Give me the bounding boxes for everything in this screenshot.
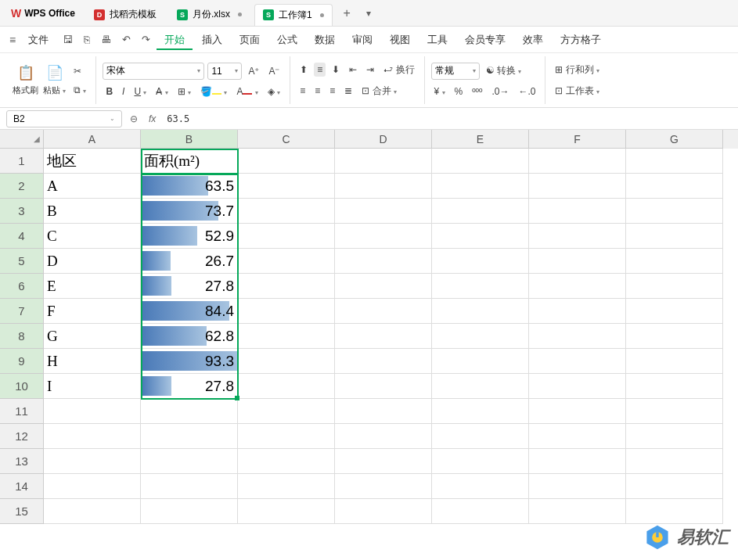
- cell[interactable]: [238, 274, 335, 299]
- cell[interactable]: [432, 424, 529, 449]
- number-format-select[interactable]: 常规▾: [431, 63, 480, 80]
- file-menu[interactable]: 文件: [20, 30, 56, 50]
- cell[interactable]: [238, 374, 335, 399]
- cell[interactable]: [141, 499, 238, 524]
- row-header[interactable]: 2: [0, 174, 44, 199]
- font-size-select[interactable]: 11▾: [207, 63, 242, 80]
- cell[interactable]: [335, 299, 432, 324]
- cell[interactable]: H: [44, 349, 141, 374]
- cell[interactable]: [238, 474, 335, 499]
- cell[interactable]: [529, 374, 626, 399]
- cell[interactable]: [335, 474, 432, 499]
- menu-review[interactable]: 审阅: [344, 30, 380, 50]
- align-right-icon[interactable]: ≡: [326, 84, 338, 98]
- cell[interactable]: [529, 199, 626, 224]
- cell[interactable]: 63.5: [141, 174, 238, 199]
- cell[interactable]: [44, 499, 141, 524]
- paste-button[interactable]: 📄 粘贴 ▾: [43, 64, 66, 96]
- row-header[interactable]: 15: [0, 499, 44, 524]
- italic-button[interactable]: I: [119, 84, 128, 99]
- cell[interactable]: [529, 349, 626, 374]
- cell[interactable]: [335, 324, 432, 349]
- align-center-icon[interactable]: ≡: [311, 84, 323, 98]
- hamburger-icon[interactable]: ≡: [6, 34, 19, 46]
- align-bottom-icon[interactable]: ⬇: [329, 63, 343, 77]
- name-box[interactable]: B2 ⌄: [6, 110, 122, 127]
- cell[interactable]: [335, 349, 432, 374]
- cell[interactable]: [335, 249, 432, 274]
- cell[interactable]: [335, 374, 432, 399]
- comma-icon[interactable]: ººº: [469, 84, 485, 99]
- cell[interactable]: [335, 174, 432, 199]
- menu-home[interactable]: 开始: [157, 30, 193, 50]
- cell[interactable]: [432, 499, 529, 524]
- cell[interactable]: [626, 199, 723, 224]
- copy-icon[interactable]: ⧉ ▾: [70, 83, 89, 97]
- cell[interactable]: [432, 474, 529, 499]
- strikethrough-button[interactable]: A̶ ▾: [153, 84, 171, 99]
- menu-formula[interactable]: 公式: [269, 30, 305, 50]
- spreadsheet-grid[interactable]: ◢ A B C D E F G 1地区面积(m²)2A63.53B73.74C5…: [0, 130, 738, 524]
- select-all-corner[interactable]: ◢: [0, 130, 44, 149]
- cell[interactable]: [529, 149, 626, 174]
- row-header[interactable]: 9: [0, 349, 44, 374]
- cell[interactable]: [238, 349, 335, 374]
- cell[interactable]: 面积(m²): [141, 149, 238, 174]
- cell[interactable]: [238, 199, 335, 224]
- print-icon[interactable]: 🖶: [96, 31, 116, 48]
- convert-button[interactable]: ☯ 转换 ▾: [483, 63, 525, 79]
- row-header[interactable]: 4: [0, 224, 44, 249]
- align-top-icon[interactable]: ⬆: [297, 63, 311, 77]
- font-color-button[interactable]: A ▾: [233, 84, 261, 99]
- cell[interactable]: [529, 474, 626, 499]
- cell[interactable]: [335, 149, 432, 174]
- fx-icon[interactable]: fx: [146, 113, 159, 124]
- cell[interactable]: [626, 499, 723, 524]
- cell[interactable]: A: [44, 174, 141, 199]
- cell[interactable]: [529, 449, 626, 474]
- cell[interactable]: [238, 499, 335, 524]
- cell[interactable]: [529, 224, 626, 249]
- cell[interactable]: [238, 424, 335, 449]
- tab-templates[interactable]: D 找稻壳模板: [86, 4, 164, 26]
- cell[interactable]: [432, 249, 529, 274]
- justify-icon[interactable]: ≣: [341, 84, 355, 98]
- cell[interactable]: [626, 224, 723, 249]
- cell[interactable]: D: [44, 249, 141, 274]
- cell[interactable]: [44, 399, 141, 424]
- menu-ffgz[interactable]: 方方格子: [553, 30, 609, 50]
- cell[interactable]: [626, 249, 723, 274]
- cell[interactable]: [238, 249, 335, 274]
- cell[interactable]: [44, 449, 141, 474]
- cell[interactable]: [432, 324, 529, 349]
- cell[interactable]: [529, 174, 626, 199]
- format-painter-button[interactable]: 📋 格式刷: [13, 64, 38, 96]
- align-left-icon[interactable]: ≡: [297, 84, 308, 98]
- col-header-C[interactable]: C: [238, 130, 335, 149]
- cell[interactable]: [238, 174, 335, 199]
- cell[interactable]: [44, 474, 141, 499]
- cell[interactable]: 27.8: [141, 374, 238, 399]
- undo-icon[interactable]: ↶: [117, 31, 135, 48]
- row-header[interactable]: 5: [0, 249, 44, 274]
- cut-icon[interactable]: ✂: [70, 64, 89, 78]
- cell[interactable]: [238, 449, 335, 474]
- cell[interactable]: E: [44, 274, 141, 299]
- menu-insert[interactable]: 插入: [194, 30, 230, 50]
- cell[interactable]: [529, 499, 626, 524]
- col-header-B[interactable]: B: [141, 130, 238, 149]
- rows-cols-button[interactable]: ⊞ 行和列 ▾: [552, 62, 603, 78]
- cell[interactable]: [141, 474, 238, 499]
- cell[interactable]: [141, 449, 238, 474]
- menu-data[interactable]: 数据: [307, 30, 343, 50]
- cell[interactable]: [432, 199, 529, 224]
- bold-button[interactable]: B: [103, 84, 116, 99]
- col-header-G[interactable]: G: [626, 130, 723, 149]
- cell[interactable]: [432, 149, 529, 174]
- cell[interactable]: B: [44, 199, 141, 224]
- cell[interactable]: [335, 199, 432, 224]
- cell[interactable]: [626, 299, 723, 324]
- menu-view[interactable]: 视图: [382, 30, 418, 50]
- cell[interactable]: [529, 399, 626, 424]
- cell[interactable]: [626, 474, 723, 499]
